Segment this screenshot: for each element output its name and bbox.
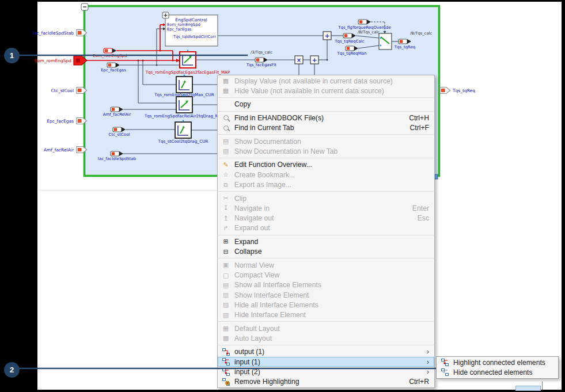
menu-item-edit-function-overview[interactable]: ✎Edit Function Overview... bbox=[218, 160, 434, 170]
default-layout-icon: ▦ bbox=[221, 325, 230, 332]
normal-view-icon: ▣ bbox=[221, 262, 230, 268]
operator-block[interactable]: + bbox=[323, 32, 331, 40]
menu-item-label: Hide connected elements bbox=[453, 368, 555, 376]
diagram-label: Iac_facIdleSpdStab bbox=[33, 31, 74, 36]
menu-item-shortcut: Ctrl+R bbox=[409, 378, 429, 386]
compact-view-icon: ▢ bbox=[221, 272, 230, 279]
submenu-arrow-icon: › bbox=[427, 359, 429, 365]
menu-item-hide-connected-elements[interactable]: Hide connected elements bbox=[437, 367, 558, 377]
diagram-label: Eom_romEngSpd bbox=[35, 58, 71, 63]
hide-connected-icon bbox=[440, 368, 449, 376]
expand-out-icon: ↱ bbox=[221, 225, 230, 231]
diagram-label: /B/Tqs_calc bbox=[358, 30, 380, 35]
menu-item-label: Hide all Interface Elements bbox=[234, 301, 429, 309]
io-input-icon bbox=[221, 368, 230, 376]
diagram-label: Ctc_stCool bbox=[109, 132, 130, 137]
menu-item-navigate-out: ↥Navigate outEsc bbox=[218, 214, 434, 223]
diagram-label: Tqs_romEngSpdfacEgas2facEgasFlt_MAP bbox=[145, 70, 230, 75]
menu-item-label: input (2) bbox=[234, 368, 422, 376]
operator-block[interactable]: × bbox=[295, 56, 303, 64]
function-block[interactable] bbox=[176, 95, 192, 113]
menu-item-input-1[interactable]: input (1)› bbox=[218, 357, 434, 367]
menu-item-normal-view: ▣Normal View bbox=[218, 260, 434, 270]
highlight-connected-icon bbox=[440, 359, 449, 366]
navigate-out-icon: ↥ bbox=[221, 215, 230, 222]
expand-button[interactable] bbox=[162, 12, 169, 18]
menu-item-display-value-not-available-in-current-data-source: ▦Display Value (not available in current… bbox=[218, 76, 434, 86]
menu-item-label: Find in EHANDBOOK File(s) bbox=[234, 114, 402, 122]
show-all-interface-icon: ▤ bbox=[221, 282, 230, 288]
search-icon bbox=[221, 115, 230, 120]
wire-junction bbox=[156, 64, 157, 66]
diagram-label: Epc_facEgas bbox=[47, 119, 74, 124]
document-icon: ▤ bbox=[221, 138, 230, 144]
menu-item-show-all-interface-elements: ▤Show all Interface Elements bbox=[218, 280, 434, 290]
menu-item-shortcut: Enter bbox=[412, 204, 429, 212]
menu-item-find-in-current-tab[interactable]: Find in Current TabCtrl+F bbox=[218, 123, 434, 133]
partial-wire-bottom-right bbox=[542, 382, 543, 390]
menu-item-hide-interface-element: ▧Hide Interface Element bbox=[218, 310, 434, 320]
menu-item-highlight-connected-elements[interactable]: Highlight connected elements bbox=[437, 357, 558, 367]
menu-item-compact-view: ▢Compact View bbox=[218, 270, 434, 280]
menu-item-label: Export as Image... bbox=[234, 181, 429, 189]
switch-block[interactable] bbox=[379, 33, 392, 50]
menu-item-label: output (1) bbox=[234, 348, 422, 356]
search-icon bbox=[221, 125, 230, 131]
menu-item-label: Navigate in bbox=[234, 204, 405, 212]
menu-item-label: Display Value (not available in current … bbox=[234, 77, 429, 85]
function-block[interactable] bbox=[175, 120, 191, 138]
diagram-label: + bbox=[324, 32, 329, 40]
export-image-icon: ⧉ bbox=[221, 182, 230, 188]
menu-item-find-in-ehandbook-file-s[interactable]: Find in EHANDBOOK File(s)Ctrl+H bbox=[218, 113, 434, 123]
diagram-label: Iac_facIdleSpdStab bbox=[98, 157, 136, 161]
menu-item-collapse[interactable]: ⊟Collapse bbox=[218, 247, 434, 257]
menu-item-expand-out: ↱Expand out bbox=[218, 223, 434, 233]
menu-item-clip: ✂Clip bbox=[218, 193, 434, 203]
menu-item-label: Compact View bbox=[234, 271, 429, 279]
diagram-label: × bbox=[297, 57, 301, 63]
menu-item-expand[interactable]: ⊞Expand bbox=[218, 237, 434, 246]
menu-separator bbox=[218, 111, 434, 112]
menu-item-shortcut: Esc bbox=[418, 214, 429, 222]
diagram-label: Tqs_romEngSpdfacRelAir2tqDrag_MAP bbox=[144, 113, 225, 119]
menu-item-label: Expand out bbox=[234, 224, 429, 232]
wire-junction bbox=[137, 59, 139, 61]
io-output-icon bbox=[221, 348, 230, 356]
diagram-label: /B/Tqs_calc bbox=[410, 31, 432, 36]
menu-item-hide-value-not-available-in-current-data-source: ▦Hide Value (not available in current da… bbox=[218, 86, 434, 96]
menu-item-label: Expand bbox=[234, 238, 429, 246]
menu-item-export-as-image: ⧉Export as Image... bbox=[218, 180, 434, 189]
menu-item-remove-highlighting[interactable]: Remove HighlightingCtrl+R bbox=[218, 377, 434, 387]
menu-separator bbox=[218, 158, 434, 158]
menu-item-label: Navigate out bbox=[234, 214, 411, 222]
function-block[interactable] bbox=[180, 50, 196, 68]
io-input-icon bbox=[221, 358, 230, 366]
diagram-label: + bbox=[312, 56, 317, 64]
menu-item-output-1[interactable]: output (1)› bbox=[218, 347, 434, 357]
star-icon: ☆ bbox=[221, 172, 230, 178]
menu-item-label: Clip bbox=[234, 195, 429, 203]
diagram-label: Eom_romEngSpd bbox=[93, 54, 127, 58]
menu-item-label: Show Documentation in New Tab bbox=[234, 147, 429, 155]
menu-item-label: Create Bookmark... bbox=[234, 171, 429, 179]
menu-item-label: Show all Interface Elements bbox=[234, 281, 429, 289]
collapse-button[interactable] bbox=[81, 3, 88, 10]
menu-item-copy[interactable]: Copy bbox=[218, 100, 434, 109]
menu-item-auto-layout: ▩Auto Layout bbox=[218, 333, 434, 343]
diagram-label: Tqs_tqReqMan bbox=[336, 51, 366, 56]
menu-separator bbox=[218, 134, 434, 135]
auto-layout-icon: ▩ bbox=[221, 335, 230, 341]
context-menu: ▦Display Value (not available in current… bbox=[217, 75, 435, 388]
function-block[interactable] bbox=[176, 75, 192, 93]
partial-element-bottom-right bbox=[515, 386, 541, 391]
menu-item-input-2[interactable]: input (2)› bbox=[218, 367, 434, 376]
menu-item-label: Auto Layout bbox=[234, 334, 429, 342]
callout-1: 1 bbox=[4, 48, 20, 63]
diagram-label: Tqs_stCool2tqDrag_CUR bbox=[158, 139, 208, 144]
screenshot-stage: EngSpdControlEom_romEngSpdEpc_facEgasTqs… bbox=[0, 0, 565, 392]
menu-item-label: Default Layout bbox=[234, 325, 429, 333]
external-port[interactable] bbox=[440, 87, 450, 94]
menu-item-show-documentation-in-new-tab: ▤Show Documentation in New Tab bbox=[218, 146, 434, 156]
operator-block[interactable]: + bbox=[310, 56, 318, 64]
remove-highlighting-icon bbox=[221, 378, 230, 386]
